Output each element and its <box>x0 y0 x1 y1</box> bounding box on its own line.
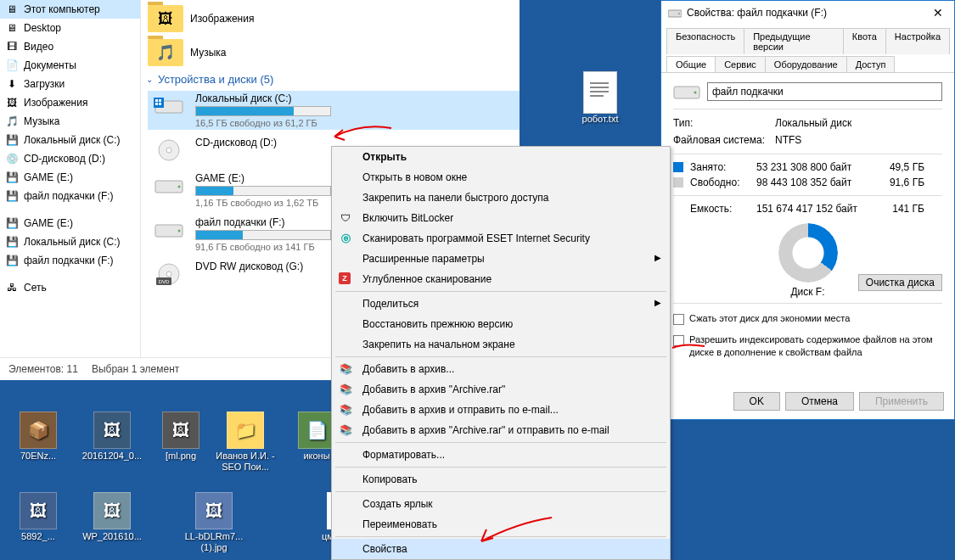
cancel-button[interactable]: Отмена <box>785 392 854 411</box>
svg-point-15 <box>178 230 181 232</box>
devices-header[interactable]: ⌄ Устройства и диски (5) <box>141 73 520 86</box>
volume-name-input[interactable] <box>707 82 942 101</box>
item-icon: 🖥 <box>5 3 19 16</box>
sidebar-item[interactable]: 💿CD-дисковод (D:) <box>0 149 140 168</box>
desktop-icon[interactable]: 🖼[ml.png <box>149 412 212 462</box>
compress-checkbox[interactable]: Сжать этот диск для экономии места <box>673 312 942 325</box>
desktop-icon[interactable]: 📁Иванов И.И. - SEO Пои... <box>214 412 277 472</box>
winrar-icon: 📚 <box>339 383 352 396</box>
menu-separator <box>335 467 666 468</box>
free-space: Свободно:98 443 108 352 байт91,6 ГБ <box>673 175 942 190</box>
menu-item[interactable]: 📚Добавить в архив... <box>332 359 670 379</box>
menu-item[interactable]: Открыть <box>332 147 670 167</box>
txt-icon <box>588 77 612 108</box>
status-count: Элементов: 11 <box>8 363 78 375</box>
menu-item[interactable]: Расширенные параметры▶ <box>332 249 670 269</box>
tab[interactable]: Настройка <box>885 28 950 54</box>
winrar-icon: 📚 <box>339 362 352 376</box>
usage-bar <box>195 106 331 116</box>
usage-donut <box>778 223 838 283</box>
menu-item[interactable]: Закрепить на панели быстрого доступа <box>332 188 670 208</box>
tab[interactable]: Безопасность <box>666 28 744 54</box>
desktop-icon[interactable]: 🖼LL-bDLRm7... (1).jpg <box>183 492 245 552</box>
menu-item[interactable]: 📚Добавить в архив "Archive.rar" и отправ… <box>332 420 670 440</box>
free-swatch <box>673 177 683 188</box>
menu-item[interactable]: ZУглубленное сканирование <box>332 269 670 289</box>
file-thumb: 🖼 <box>93 492 131 529</box>
winrar-icon: 📚 <box>339 423 352 437</box>
ok-button[interactable]: OK <box>733 392 780 411</box>
network-icon: 🖧 <box>5 281 19 294</box>
menu-item[interactable]: 📚Добавить в архив и отправить по e-mail.… <box>332 400 670 420</box>
menu-item[interactable]: Открыть в новом окне <box>332 167 670 188</box>
drive-icon <box>673 81 700 102</box>
sidebar-item[interactable]: 🎵Музыка <box>0 112 140 131</box>
close-button[interactable]: ✕ <box>925 6 951 20</box>
svg-rect-2 <box>590 91 609 92</box>
tab[interactable]: Общие <box>666 56 716 72</box>
desktop-icon[interactable]: 🖼5892_... <box>7 492 70 542</box>
menu-item[interactable]: Закрепить на начальном экране <box>332 334 670 355</box>
sidebar-item[interactable]: 💾Локальный диск (C:) <box>0 232 140 251</box>
sidebar-item[interactable]: 📄Документы <box>0 56 140 75</box>
tab[interactable]: Доступ <box>846 56 896 72</box>
item-icon: 💾 <box>5 189 19 203</box>
cd-icon <box>154 138 183 162</box>
apply-button[interactable]: Применить <box>859 392 944 411</box>
menu-item[interactable]: Поделиться▶ <box>332 294 670 314</box>
menu-item[interactable]: Копировать <box>332 469 670 490</box>
dialog-titlebar: Свойства: файл подкачки (F:) ✕ <box>661 1 954 25</box>
sidebar-item[interactable]: 💾файл подкачки (F:) <box>0 251 140 270</box>
menu-item[interactable]: Восстановить прежнюю версию <box>332 314 670 334</box>
menu-item[interactable]: 📚Добавить в архив "Archive.rar" <box>332 379 670 400</box>
sidebar-item[interactable]: 💾Локальный диск (C:) <box>0 131 140 149</box>
eset-icon: ⓔ <box>339 232 352 245</box>
sidebar-item[interactable]: 🎞Видео <box>0 37 140 56</box>
svg-point-17 <box>166 272 171 277</box>
item-icon: 🎵 <box>5 115 19 128</box>
sidebar-item[interactable]: 🖥Этот компьютер <box>0 0 140 19</box>
hdd-icon <box>154 176 184 196</box>
tab[interactable]: Предыдущие версии <box>744 28 844 54</box>
scan-icon: Z <box>339 272 351 284</box>
used-space: Занято:53 231 308 800 байт49,5 ГБ <box>673 160 942 175</box>
sidebar-item[interactable]: 💾GAME (E:) <box>0 168 140 187</box>
menu-item[interactable]: Форматировать... <box>332 445 670 465</box>
file-thumb: 📁 <box>227 412 264 449</box>
item-icon: 💾 <box>5 133 19 147</box>
folder-icon: 🖼 <box>148 5 183 32</box>
sidebar-network[interactable]: 🖧 Сеть <box>0 278 140 297</box>
tab[interactable]: Оборудование <box>765 56 847 72</box>
tab[interactable]: Квота <box>843 28 886 54</box>
desktop-icon[interactable]: 🖼WP_201610... <box>81 492 143 542</box>
sidebar-item[interactable]: 🖼Изображения <box>0 93 140 112</box>
sidebar-item[interactable]: ⬇Загрузки <box>0 75 140 93</box>
sidebar-item[interactable]: 💾GAME (E:) <box>0 214 140 232</box>
svg-rect-3 <box>590 95 604 97</box>
svg-point-11 <box>166 148 171 153</box>
folder-item[interactable]: 🖼Изображения <box>148 5 520 32</box>
annotation-arrow <box>671 339 713 356</box>
folder-item[interactable]: 🎵Музыка <box>148 39 520 66</box>
sidebar-item[interactable]: 🖥Desktop <box>0 19 140 37</box>
item-icon: ⬇ <box>5 77 19 91</box>
item-icon: 📄 <box>5 59 19 72</box>
item-icon: 🎞 <box>5 40 19 53</box>
desktop-file-robot[interactable]: робот.txt <box>569 71 632 124</box>
sidebar-item[interactable]: 💾файл подкачки (F:) <box>0 187 140 205</box>
index-checkbox[interactable]: Разрешить индексировать содержимое файло… <box>673 333 942 359</box>
file-thumb: 🖼 <box>93 412 131 449</box>
file-thumb: 📄 <box>298 412 335 449</box>
menu-item[interactable]: Создать ярлык <box>332 494 670 514</box>
capacity: Емкость:151 674 417 152 байт141 ГБ <box>673 201 942 216</box>
desktop-icon[interactable]: 🖼20161204_0... <box>81 412 143 462</box>
desktop-icon[interactable]: 📦70ENz... <box>7 412 70 462</box>
menu-item[interactable]: 🛡Включить BitLocker <box>332 208 670 228</box>
usage-bar <box>195 186 331 196</box>
cleanup-button[interactable]: Очистка диска <box>858 274 942 291</box>
svg-rect-0 <box>590 82 609 84</box>
menu-item[interactable]: ⓔСканировать программой ESET Internet Se… <box>332 228 670 249</box>
annotation-arrow <box>328 123 396 148</box>
tab[interactable]: Сервис <box>715 56 766 72</box>
usage-bar <box>195 230 331 240</box>
